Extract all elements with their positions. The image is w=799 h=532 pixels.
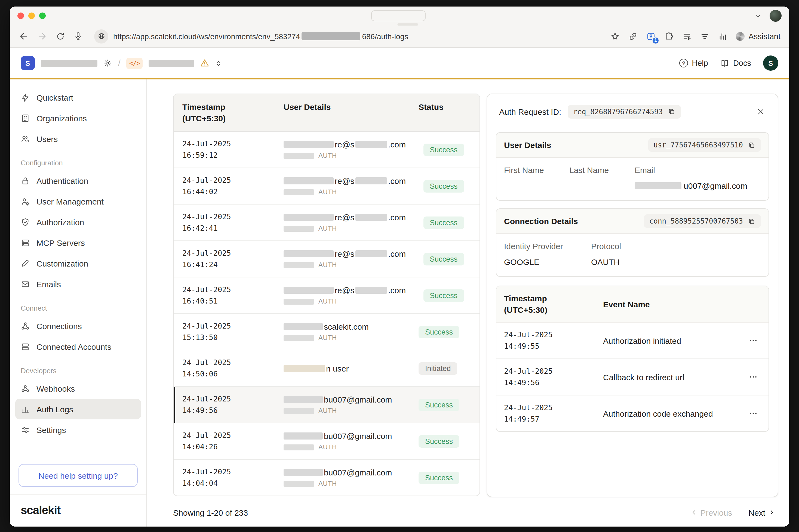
email-redaction — [355, 214, 387, 221]
first-name-value — [504, 181, 569, 190]
table-row-selected[interactable]: 24-Jul-202514:49:56 bu007@gmail.com AUTH… — [174, 387, 480, 423]
sidebar-item-label: Connected Accounts — [36, 342, 111, 351]
docs-button[interactable]: Docs — [720, 58, 751, 68]
connection-id-value: conn_58895255700767503 — [649, 217, 743, 225]
column-timestamp: Timestamp(UTC+5:30) — [174, 94, 275, 131]
workspace-settings-gear-icon[interactable] — [104, 59, 112, 68]
sidebar-item-authorization[interactable]: Authorization — [15, 212, 141, 232]
url-text[interactable]: https://app.scalekit.cloud/ws/environmen… — [113, 32, 408, 40]
reload-icon[interactable] — [56, 31, 65, 41]
address-bar[interactable]: https://app.scalekit.cloud/ws/environmen… — [94, 29, 602, 43]
copy-icon[interactable] — [748, 217, 756, 225]
microphone-icon[interactable] — [73, 32, 83, 41]
email-redaction — [635, 182, 682, 189]
sidebar-item-mcp-servers[interactable]: MCP Servers — [15, 232, 141, 253]
auth-request-id-pill: req_82680796766274593 — [568, 105, 681, 118]
user-id-pill: usr_77567465663497510 — [648, 138, 761, 152]
connection-redaction — [283, 444, 314, 450]
environment-warning-icon — [201, 58, 209, 68]
sidebar-item-authentication[interactable]: Authentication — [15, 170, 141, 191]
copy-icon[interactable] — [668, 108, 675, 115]
table-row[interactable]: 24-Jul-202516:42:41 re@s.com AUTH Succes… — [174, 205, 480, 241]
need-help-button[interactable]: Need help setting up? — [19, 464, 138, 487]
connection-redaction — [283, 226, 314, 231]
password-extension-icon[interactable]: 1 — [646, 31, 656, 41]
table-row[interactable]: 24-Jul-202516:40:51 re@s.com AUTH Succes… — [174, 278, 480, 314]
back-icon[interactable] — [19, 31, 29, 41]
email-redaction — [283, 250, 334, 257]
email-redaction — [283, 177, 334, 185]
email-redaction — [283, 433, 323, 439]
next-page-button[interactable]: Next — [748, 508, 775, 517]
help-button[interactable]: ? Help — [679, 59, 708, 68]
connection-redaction — [283, 153, 314, 158]
sidebar-item-connections[interactable]: Connections — [15, 316, 141, 336]
scalekit-logo: scalekit — [21, 504, 60, 516]
lock-icon — [21, 176, 30, 185]
event-row[interactable]: 24-Jul-202514:49:55 Authorization initia… — [496, 323, 768, 359]
close-window-button[interactable] — [17, 13, 24, 19]
environment-name-redaction — [149, 60, 194, 66]
event-row[interactable]: 24-Jul-202514:49:56 Callback to redirect… — [496, 359, 768, 396]
user-redaction — [283, 365, 325, 372]
minimize-window-button[interactable] — [28, 13, 35, 19]
sidebar-item-users[interactable]: Users — [15, 128, 141, 149]
connection-redaction — [283, 298, 314, 304]
sidebar-item-label: Emails — [36, 279, 61, 289]
sidebar-item-connected-accounts[interactable]: Connected Accounts — [15, 336, 141, 357]
sidebar-item-organizations[interactable]: Organizations — [15, 108, 141, 128]
auth-request-detail-panel: Auth Request ID: req_82680796766274593 U… — [487, 94, 778, 497]
workspace-name-redaction — [41, 60, 97, 66]
forward-icon[interactable] — [37, 31, 48, 41]
connection-id-pill: conn_58895255700767503 — [644, 214, 761, 228]
sidebar-item-auth-logs[interactable]: Auth Logs — [15, 399, 141, 419]
table-row[interactable]: 24-Jul-202516:44:02 re@s.com AUTH Succes… — [174, 168, 480, 205]
sidebar-item-label: Connections — [36, 321, 82, 330]
sidebar-item-customization[interactable]: Customization — [15, 253, 141, 273]
bookmark-star-icon[interactable] — [610, 31, 620, 41]
user-avatar[interactable]: S — [763, 56, 778, 71]
environment-switcher-chevrons-icon[interactable] — [215, 59, 222, 67]
sidebar-item-quickstart[interactable]: Quickstart — [15, 87, 141, 108]
breadcrumb-separator: / — [118, 58, 120, 68]
event-actions-menu-icon[interactable] — [746, 407, 761, 420]
connection-redaction — [283, 480, 314, 487]
workspace-avatar[interactable]: S — [21, 56, 35, 70]
table-row[interactable]: 24-Jul-202514:04:26 bu007@gmail.com AUTH… — [174, 423, 480, 460]
browser-profile-avatar[interactable] — [769, 10, 782, 22]
extension-puzzle-icon[interactable] — [664, 31, 674, 41]
site-info-icon[interactable] — [94, 29, 108, 43]
event-actions-menu-icon[interactable] — [746, 370, 761, 383]
last-name-value — [569, 181, 635, 190]
table-row[interactable]: 24-Jul-202514:04:04 bu007@gmail.com AUTH… — [174, 460, 480, 496]
connection-details-title: Connection Details — [504, 216, 578, 226]
status-badge: Success — [419, 326, 459, 338]
event-actions-menu-icon[interactable] — [746, 334, 761, 347]
assistant-button[interactable]: Assistant — [736, 32, 780, 40]
previous-page-button[interactable]: Previous — [691, 508, 732, 517]
connection-redaction — [283, 408, 314, 414]
filter-lines-icon[interactable] — [700, 31, 710, 41]
sidebar-item-emails[interactable]: Emails — [15, 273, 141, 294]
users-icon — [21, 134, 30, 143]
sidebar-item-settings[interactable]: Settings — [15, 419, 141, 440]
histogram-icon[interactable] — [718, 31, 728, 41]
sidebar-item-user-management[interactable]: User Management — [15, 191, 141, 212]
column-status: Status — [410, 94, 480, 131]
connection-redaction — [283, 335, 314, 341]
media-queue-icon[interactable] — [682, 31, 692, 41]
table-row[interactable]: 24-Jul-202516:41:24 re@s.com AUTH Succes… — [174, 241, 480, 278]
chevron-down-icon[interactable] — [755, 12, 762, 20]
copy-link-icon[interactable] — [628, 31, 638, 41]
sidebar-item-webhooks[interactable]: Webhooks — [15, 378, 141, 399]
close-icon[interactable] — [753, 104, 768, 119]
table-row[interactable]: 24-Jul-202516:59:12 re@s.com AUTH Succes… — [174, 132, 480, 168]
table-row[interactable]: 24-Jul-202515:13:50 scalekit.com AUTH Su… — [174, 314, 480, 350]
table-row[interactable]: 24-Jul-202514:50:06 n user Initiated — [174, 350, 480, 387]
event-row[interactable]: 24-Jul-202514:49:57 Authorization code e… — [496, 396, 768, 431]
status-badge: Success — [423, 216, 464, 229]
desktop-background: https://app.scalekit.cloud/ws/environmen… — [0, 0, 799, 532]
status-badge: Success — [419, 471, 459, 484]
copy-icon[interactable] — [748, 141, 756, 149]
zoom-window-button[interactable] — [39, 13, 46, 19]
